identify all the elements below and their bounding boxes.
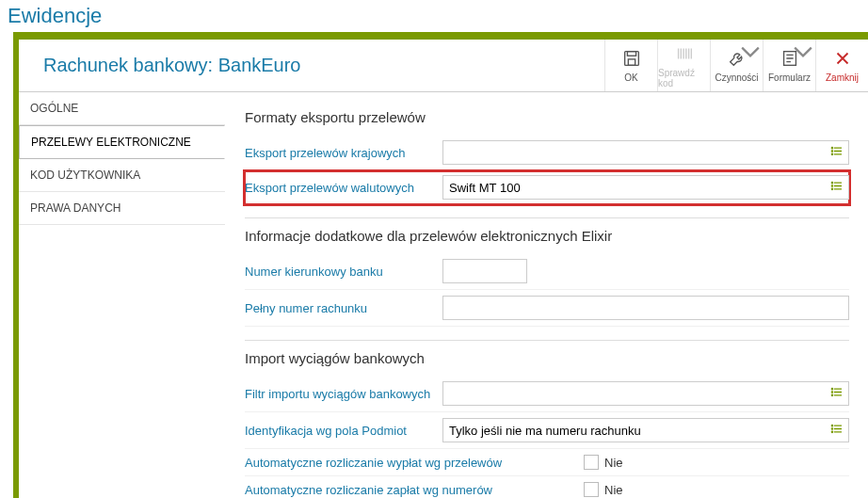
section-elixir: Informacje dodatkowe dla przelewów elekt… — [245, 217, 849, 332]
page-title: Ewidencje — [0, 0, 868, 32]
close-icon — [832, 48, 853, 69]
sidebar-item-general[interactable]: OGÓLNE — [19, 92, 225, 125]
close-label: Zamknij — [826, 72, 859, 83]
sidebar-item-transfers[interactable]: PRZELEWY ELEKTRONICZNE — [19, 125, 225, 159]
sidebar-item-data-rights[interactable]: PRAWA DANYCH — [19, 192, 225, 225]
ok-label: OK — [624, 72, 637, 83]
section-elixir-title: Informacje dodatkowe dla przelewów elekt… — [245, 228, 849, 244]
auto-deposit-label: Automatyczne rozliczanie zapłat wg numer… — [245, 483, 584, 497]
save-icon — [621, 48, 642, 69]
form-button[interactable]: Formularz — [763, 40, 815, 91]
field-domestic-export: Eksport przelewów krajowych — [245, 135, 849, 171]
svg-rect-2 — [628, 59, 635, 65]
barcode-icon — [674, 43, 695, 64]
sidebar: OGÓLNE PRZELEWY ELEKTRONICZNE KOD UŻYTKO… — [19, 92, 226, 498]
section-import: Import wyciągów bankowych Filtr importu … — [245, 340, 849, 498]
field-account: Pełny numer rachunku — [245, 290, 849, 327]
svg-rect-1 — [627, 52, 635, 56]
actions-label: Czynności — [715, 72, 758, 83]
domestic-export-input[interactable] — [442, 140, 849, 165]
dropdown-icon — [740, 41, 761, 62]
auto-deposit-checkbox[interactable] — [584, 482, 599, 497]
foreign-export-label: Eksport przelewów walutowych — [245, 181, 442, 195]
auto-pay-value: Nie — [604, 456, 623, 470]
auto-pay-label: Automatyczne rozliczanie wypłat wg przel… — [245, 456, 584, 470]
bank-code-label: Numer kierunkowy banku — [245, 265, 442, 279]
import-filter-label: Filtr importu wyciągów bankowych — [245, 387, 442, 401]
accent-bar — [13, 32, 868, 40]
sidebar-item-user-code[interactable]: KOD UŻYTKOWNIKA — [19, 159, 225, 192]
ident-input[interactable] — [442, 418, 849, 442]
dropdown-icon — [793, 41, 813, 62]
section-export: Formaty eksportu przelewów Eksport przel… — [245, 100, 849, 210]
ok-button[interactable]: OK — [604, 40, 657, 91]
field-bank-code: Numer kierunkowy banku — [245, 253, 849, 290]
field-auto-pay: Automatyczne rozliczanie wypłat wg przel… — [245, 449, 849, 476]
field-auto-deposit: Automatyczne rozliczanie zapłat wg numer… — [245, 476, 849, 498]
domestic-export-label: Eksport przelewów krajowych — [245, 146, 442, 160]
section-import-title: Import wyciągów bankowych — [245, 350, 849, 366]
form-header: Rachunek bankowy: BankEuro OK Sprawdź ko… — [19, 40, 868, 92]
actions-button[interactable]: Czynności — [710, 40, 763, 91]
form-container: Rachunek bankowy: BankEuro OK Sprawdź ko… — [13, 40, 868, 498]
foreign-export-input[interactable] — [442, 175, 849, 200]
field-foreign-export: Eksport przelewów walutowych — [245, 171, 849, 204]
auto-deposit-value: Nie — [604, 483, 623, 497]
account-input[interactable] — [442, 296, 849, 320]
bank-code-input[interactable] — [442, 259, 527, 283]
field-import-filter: Filtr importu wyciągów bankowych — [245, 376, 849, 412]
form-title: Rachunek bankowy: BankEuro — [43, 40, 301, 91]
field-ident: Identyfikacja wg pola Podmiot — [245, 412, 849, 449]
section-export-title: Formaty eksportu przelewów — [245, 109, 849, 125]
check-code-label: Sprawdź kod — [658, 68, 710, 88]
toolbar: OK Sprawdź kod Czynności Formularz — [604, 40, 868, 91]
form-label: Formularz — [768, 72, 811, 83]
import-filter-input[interactable] — [442, 381, 849, 406]
check-code-button: Sprawdź kod — [657, 40, 710, 91]
ident-label: Identyfikacja wg pola Podmiot — [245, 424, 442, 438]
account-label: Pełny numer rachunku — [245, 301, 442, 315]
auto-pay-checkbox[interactable] — [584, 455, 599, 470]
close-button[interactable]: Zamknij — [815, 40, 868, 91]
content: Formaty eksportu przelewów Eksport przel… — [226, 92, 868, 498]
